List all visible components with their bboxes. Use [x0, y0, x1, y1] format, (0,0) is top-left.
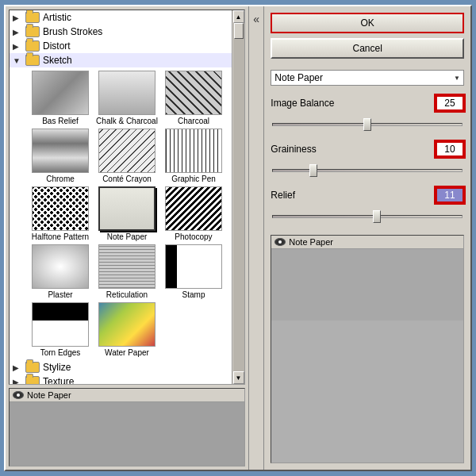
- thumb-label-water-paper: Water Paper: [105, 348, 149, 357]
- tree-arrow-artistic: ▶: [13, 13, 25, 22]
- thumb-note-paper[interactable]: Note Paper: [95, 186, 159, 241]
- thumb-label-photocopy: Photocopy: [175, 232, 212, 241]
- dropdown-arrow-icon: ▼: [454, 75, 460, 82]
- sketch-thumbnails: Bas Relief Chalk & Charcoal Charcoal Chr…: [10, 67, 232, 360]
- dropdown-container: Note Paper ▼: [271, 70, 464, 86]
- image-balance-slider[interactable]: [272, 123, 463, 126]
- folder-icon-stylize: [25, 362, 40, 373]
- thumb-label-stamp: Stamp: [182, 290, 205, 299]
- left-panel: ▶ Artistic ▶ Brush Strokes ▶ Distort: [6, 6, 249, 470]
- graininess-row: Graininess: [271, 141, 464, 157]
- thumb-bas-relief[interactable]: Bas Relief: [29, 71, 92, 125]
- image-balance-value[interactable]: [436, 95, 464, 111]
- relief-row: Relief: [271, 187, 464, 203]
- thumb-img-torn-edges: [32, 302, 89, 347]
- thumb-label-chrome: Chrome: [46, 175, 75, 183]
- thumb-halftone-pattern[interactable]: Halftone Pattern: [29, 186, 92, 241]
- thumb-water-paper[interactable]: Water Paper: [95, 302, 159, 357]
- tree-arrow-brush-strokes: ▶: [13, 28, 25, 36]
- collapse-panel: «: [249, 6, 264, 470]
- filter-gallery-dialog: ▶ Artistic ▶ Brush Strokes ▶ Distort: [4, 5, 472, 471]
- thumb-plaster[interactable]: Plaster: [29, 244, 92, 299]
- thumb-label-charcoal: Charcoal: [178, 117, 209, 125]
- graininess-label: Graininess: [271, 144, 316, 155]
- thumb-img-halftone-pattern: [32, 186, 89, 231]
- thumb-img-photocopy: [165, 186, 222, 231]
- left-preview-canvas: [10, 402, 244, 466]
- relief-slider-row: [271, 209, 464, 221]
- cancel-button[interactable]: Cancel: [271, 38, 464, 59]
- thumb-label-chalk-charcoal: Chalk & Charcoal: [96, 117, 158, 125]
- thumb-label-torn-edges: Torn Edges: [40, 348, 81, 357]
- tree-arrow-distort: ▶: [13, 42, 25, 51]
- thumb-conte-crayon[interactable]: Conté Crayon: [95, 129, 159, 183]
- thumb-chrome[interactable]: Chrome: [29, 129, 92, 183]
- image-balance-label: Image Balance: [271, 98, 334, 109]
- filter-tree[interactable]: ▶ Artistic ▶ Brush Strokes ▶ Distort: [9, 10, 245, 385]
- right-eye-icon: [274, 238, 286, 246]
- thumb-label-reticulation: Reticulation: [106, 290, 148, 299]
- thumb-label-graphic-pen: Graphic Pen: [171, 175, 216, 183]
- tree-arrow-stylize: ▶: [13, 363, 25, 372]
- folder-icon-artistic: [25, 12, 40, 23]
- thumb-img-graphic-pen: [165, 129, 222, 173]
- thumb-img-water-paper: [98, 302, 155, 347]
- thumb-img-charcoal: [165, 71, 222, 115]
- eye-icon: [13, 391, 24, 399]
- thumb-stamp[interactable]: Stamp: [162, 244, 225, 299]
- thumb-label-conte-crayon: Conté Crayon: [102, 175, 152, 183]
- thumb-chalk-charcoal[interactable]: Chalk & Charcoal: [95, 71, 159, 125]
- thumb-photocopy[interactable]: Photocopy: [162, 186, 225, 241]
- thumb-label-note-paper: Note Paper: [107, 232, 148, 241]
- thumb-reticulation[interactable]: Reticulation: [95, 244, 159, 299]
- right-preview-container: Note Paper: [271, 235, 464, 463]
- tree-item-sketch[interactable]: ▼ Sketch: [10, 53, 232, 67]
- tree-label-distort: Distort: [43, 40, 71, 52]
- thumb-label-bas-relief: Bas Relief: [42, 117, 79, 125]
- tree-arrow-texture: ▶: [13, 378, 25, 385]
- thumb-img-chrome: [32, 129, 89, 173]
- tree-scrollbar[interactable]: ▲ ▼: [232, 10, 244, 384]
- thumb-torn-edges[interactable]: Torn Edges: [29, 302, 92, 357]
- image-balance-row: Image Balance: [271, 95, 464, 111]
- thumb-img-stamp: [165, 244, 222, 289]
- thumb-img-reticulation: [98, 244, 155, 289]
- tree-label-artistic: Artistic: [43, 12, 71, 23]
- relief-slider[interactable]: [272, 215, 463, 218]
- thumb-charcoal[interactable]: Charcoal: [162, 71, 225, 125]
- graininess-slider[interactable]: [272, 169, 463, 172]
- filter-dropdown[interactable]: Note Paper ▼: [271, 70, 464, 86]
- left-preview-container: Note Paper: [9, 388, 245, 466]
- tree-arrow-sketch: ▼: [13, 56, 25, 65]
- tree-item-artistic[interactable]: ▶ Artistic: [10, 10, 232, 25]
- graininess-value[interactable]: [436, 141, 464, 157]
- folder-icon-brush-strokes: [25, 26, 40, 37]
- scroll-up-button[interactable]: ▲: [233, 10, 244, 23]
- left-preview-title: Note Paper: [27, 390, 71, 400]
- thumb-graphic-pen[interactable]: Graphic Pen: [162, 129, 225, 183]
- scroll-down-button[interactable]: ▼: [233, 371, 244, 384]
- left-preview-titlebar: Note Paper: [10, 389, 244, 402]
- right-preview-canvas: [271, 249, 463, 321]
- tree-label-stylize: Stylize: [43, 362, 71, 373]
- folder-icon-sketch: [25, 55, 40, 66]
- tree-label-brush-strokes: Brush Strokes: [43, 26, 102, 37]
- tree-item-brush-strokes[interactable]: ▶ Brush Strokes: [10, 25, 232, 39]
- thumb-img-conte-crayon: [98, 129, 155, 173]
- collapse-button[interactable]: «: [253, 13, 259, 25]
- scroll-thumb[interactable]: [234, 23, 244, 39]
- relief-label: Relief: [271, 190, 295, 201]
- folder-icon-texture: [25, 376, 40, 384]
- relief-value[interactable]: [436, 187, 464, 203]
- tree-item-distort[interactable]: ▶ Distort: [10, 39, 232, 53]
- right-preview-bar: Note Paper: [271, 236, 463, 249]
- thumb-label-plaster: Plaster: [48, 290, 72, 299]
- thumb-img-plaster: [32, 244, 89, 289]
- tree-item-texture[interactable]: ▶ Texture: [10, 374, 232, 384]
- ok-button[interactable]: OK: [271, 13, 464, 33]
- tree-item-stylize[interactable]: ▶ Stylize: [10, 360, 232, 374]
- image-balance-slider-row: [271, 117, 464, 129]
- dropdown-value: Note Paper: [274, 72, 323, 83]
- thumb-img-note-paper: [98, 186, 155, 231]
- thumb-img-bas-relief: [32, 71, 89, 115]
